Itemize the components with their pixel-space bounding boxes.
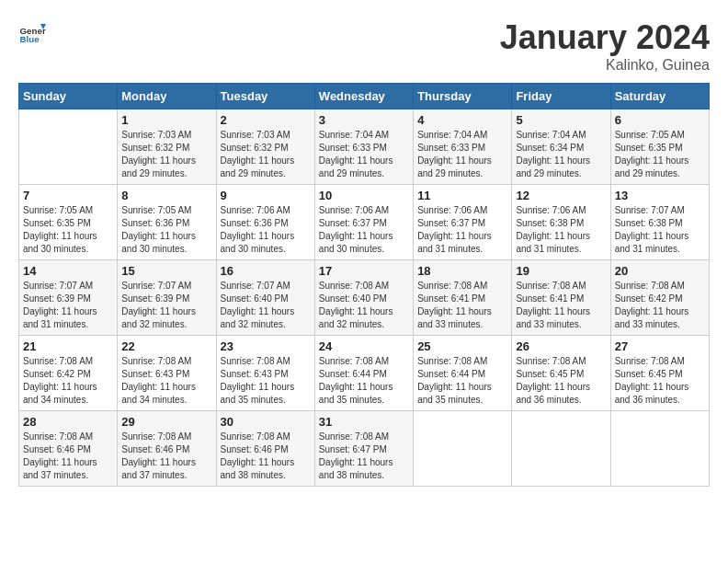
calendar-cell: 8Sunrise: 7:05 AM Sunset: 6:36 PM Daylig…: [118, 185, 216, 260]
day-detail: Sunrise: 7:08 AM Sunset: 6:43 PM Dayligh…: [221, 355, 311, 407]
day-number: 4: [417, 113, 507, 127]
calendar-cell: 13Sunrise: 7:07 AM Sunset: 6:38 PM Dayli…: [610, 185, 709, 260]
day-detail: Sunrise: 7:06 AM Sunset: 6:37 PM Dayligh…: [417, 204, 507, 256]
calendar-week-4: 21Sunrise: 7:08 AM Sunset: 6:42 PM Dayli…: [19, 336, 710, 411]
day-detail: Sunrise: 7:08 AM Sunset: 6:41 PM Dayligh…: [417, 280, 507, 331]
calendar-cell: 31Sunrise: 7:08 AM Sunset: 6:47 PM Dayli…: [314, 411, 413, 487]
calendar-cell: 3Sunrise: 7:04 AM Sunset: 6:33 PM Daylig…: [314, 109, 413, 185]
day-detail: Sunrise: 7:06 AM Sunset: 6:36 PM Dayligh…: [221, 204, 311, 256]
day-detail: Sunrise: 7:07 AM Sunset: 6:38 PM Dayligh…: [615, 204, 705, 256]
calendar-cell: 10Sunrise: 7:06 AM Sunset: 6:37 PM Dayli…: [314, 185, 413, 260]
header-tuesday: Tuesday: [216, 84, 314, 109]
logo-icon: General Blue: [18, 18, 46, 46]
day-number: 18: [417, 264, 507, 278]
day-number: 19: [516, 264, 606, 278]
day-detail: Sunrise: 7:08 AM Sunset: 6:41 PM Dayligh…: [516, 280, 606, 331]
day-number: 8: [121, 189, 211, 202]
day-detail: Sunrise: 7:03 AM Sunset: 6:32 PM Dayligh…: [121, 129, 211, 180]
day-detail: Sunrise: 7:08 AM Sunset: 6:42 PM Dayligh…: [615, 280, 705, 331]
day-number: 29: [121, 415, 211, 429]
calendar-cell: 12Sunrise: 7:06 AM Sunset: 6:38 PM Dayli…: [512, 185, 610, 260]
header: General Blue January 2024 Kalinko, Guine…: [18, 18, 710, 74]
calendar-cell: [414, 411, 512, 487]
day-number: 3: [319, 113, 409, 127]
header-wednesday: Wednesday: [314, 84, 413, 109]
day-number: 31: [319, 415, 409, 429]
day-number: 22: [121, 339, 211, 353]
calendar-cell: [512, 411, 610, 487]
day-number: 21: [23, 339, 113, 353]
header-friday: Friday: [512, 84, 610, 109]
calendar-cell: 23Sunrise: 7:08 AM Sunset: 6:43 PM Dayli…: [216, 336, 314, 411]
day-detail: Sunrise: 7:08 AM Sunset: 6:47 PM Dayligh…: [319, 431, 409, 482]
day-number: 16: [221, 264, 311, 278]
calendar-cell: 16Sunrise: 7:07 AM Sunset: 6:40 PM Dayli…: [216, 260, 314, 336]
calendar-week-2: 7Sunrise: 7:05 AM Sunset: 6:35 PM Daylig…: [19, 185, 710, 260]
calendar-cell: 6Sunrise: 7:05 AM Sunset: 6:35 PM Daylig…: [610, 109, 709, 185]
day-detail: Sunrise: 7:05 AM Sunset: 6:36 PM Dayligh…: [121, 204, 211, 256]
calendar-cell: 20Sunrise: 7:08 AM Sunset: 6:42 PM Dayli…: [610, 260, 709, 336]
calendar-week-5: 28Sunrise: 7:08 AM Sunset: 6:46 PM Dayli…: [19, 411, 710, 487]
calendar-cell: 24Sunrise: 7:08 AM Sunset: 6:44 PM Dayli…: [314, 336, 413, 411]
calendar-subtitle: Kalinko, Guinea: [500, 57, 710, 74]
calendar-cell: 21Sunrise: 7:08 AM Sunset: 6:42 PM Dayli…: [19, 336, 118, 411]
day-detail: Sunrise: 7:06 AM Sunset: 6:38 PM Dayligh…: [516, 204, 606, 256]
calendar-header-row: SundayMondayTuesdayWednesdayThursdayFrid…: [19, 84, 710, 109]
day-detail: Sunrise: 7:08 AM Sunset: 6:42 PM Dayligh…: [23, 355, 113, 407]
calendar-title: January 2024: [500, 18, 710, 57]
day-number: 9: [221, 189, 311, 202]
calendar-table: SundayMondayTuesdayWednesdayThursdayFrid…: [18, 83, 710, 487]
title-area: January 2024 Kalinko, Guinea: [500, 18, 710, 74]
calendar-cell: 18Sunrise: 7:08 AM Sunset: 6:41 PM Dayli…: [414, 260, 512, 336]
header-saturday: Saturday: [610, 84, 709, 109]
day-detail: Sunrise: 7:08 AM Sunset: 6:46 PM Dayligh…: [221, 431, 311, 482]
calendar-week-1: 1Sunrise: 7:03 AM Sunset: 6:32 PM Daylig…: [19, 109, 710, 185]
day-detail: Sunrise: 7:07 AM Sunset: 6:39 PM Dayligh…: [23, 280, 113, 331]
day-number: 14: [23, 264, 113, 278]
day-number: 23: [221, 339, 311, 353]
calendar-cell: 26Sunrise: 7:08 AM Sunset: 6:45 PM Dayli…: [512, 336, 610, 411]
calendar-cell: 28Sunrise: 7:08 AM Sunset: 6:46 PM Dayli…: [19, 411, 118, 487]
day-detail: Sunrise: 7:03 AM Sunset: 6:32 PM Dayligh…: [221, 129, 311, 180]
day-detail: Sunrise: 7:08 AM Sunset: 6:45 PM Dayligh…: [516, 355, 606, 407]
calendar-cell: 15Sunrise: 7:07 AM Sunset: 6:39 PM Dayli…: [118, 260, 216, 336]
day-detail: Sunrise: 7:08 AM Sunset: 6:46 PM Dayligh…: [23, 431, 113, 482]
calendar-cell: [19, 109, 118, 185]
day-number: 6: [615, 113, 705, 127]
day-detail: Sunrise: 7:04 AM Sunset: 6:34 PM Dayligh…: [516, 129, 606, 180]
day-number: 17: [319, 264, 409, 278]
day-detail: Sunrise: 7:08 AM Sunset: 6:40 PM Dayligh…: [319, 280, 409, 331]
header-thursday: Thursday: [414, 84, 512, 109]
day-number: 1: [121, 113, 211, 127]
day-number: 5: [516, 113, 606, 127]
day-number: 28: [23, 415, 113, 429]
calendar-cell: 17Sunrise: 7:08 AM Sunset: 6:40 PM Dayli…: [314, 260, 413, 336]
calendar-cell: 4Sunrise: 7:04 AM Sunset: 6:33 PM Daylig…: [414, 109, 512, 185]
day-detail: Sunrise: 7:07 AM Sunset: 6:39 PM Dayligh…: [121, 280, 211, 331]
day-detail: Sunrise: 7:05 AM Sunset: 6:35 PM Dayligh…: [615, 129, 705, 180]
day-detail: Sunrise: 7:08 AM Sunset: 6:43 PM Dayligh…: [121, 355, 211, 407]
day-number: 11: [417, 189, 507, 202]
day-number: 12: [516, 189, 606, 202]
day-detail: Sunrise: 7:07 AM Sunset: 6:40 PM Dayligh…: [221, 280, 311, 331]
calendar-cell: 2Sunrise: 7:03 AM Sunset: 6:32 PM Daylig…: [216, 109, 314, 185]
day-detail: Sunrise: 7:04 AM Sunset: 6:33 PM Dayligh…: [319, 129, 409, 180]
day-number: 25: [417, 339, 507, 353]
calendar-cell: 22Sunrise: 7:08 AM Sunset: 6:43 PM Dayli…: [118, 336, 216, 411]
calendar-cell: 27Sunrise: 7:08 AM Sunset: 6:45 PM Dayli…: [610, 336, 709, 411]
day-number: 15: [121, 264, 211, 278]
header-monday: Monday: [118, 84, 216, 109]
day-detail: Sunrise: 7:06 AM Sunset: 6:37 PM Dayligh…: [319, 204, 409, 256]
day-detail: Sunrise: 7:05 AM Sunset: 6:35 PM Dayligh…: [23, 204, 113, 256]
header-sunday: Sunday: [19, 84, 118, 109]
calendar-cell: 29Sunrise: 7:08 AM Sunset: 6:46 PM Dayli…: [118, 411, 216, 487]
day-detail: Sunrise: 7:08 AM Sunset: 6:45 PM Dayligh…: [615, 355, 705, 407]
calendar-cell: 14Sunrise: 7:07 AM Sunset: 6:39 PM Dayli…: [19, 260, 118, 336]
day-detail: Sunrise: 7:08 AM Sunset: 6:44 PM Dayligh…: [319, 355, 409, 407]
day-number: 27: [615, 339, 705, 353]
calendar-cell: 1Sunrise: 7:03 AM Sunset: 6:32 PM Daylig…: [118, 109, 216, 185]
calendar-cell: 25Sunrise: 7:08 AM Sunset: 6:44 PM Dayli…: [414, 336, 512, 411]
day-number: 10: [319, 189, 409, 202]
calendar-cell: 30Sunrise: 7:08 AM Sunset: 6:46 PM Dayli…: [216, 411, 314, 487]
calendar-week-3: 14Sunrise: 7:07 AM Sunset: 6:39 PM Dayli…: [19, 260, 710, 336]
